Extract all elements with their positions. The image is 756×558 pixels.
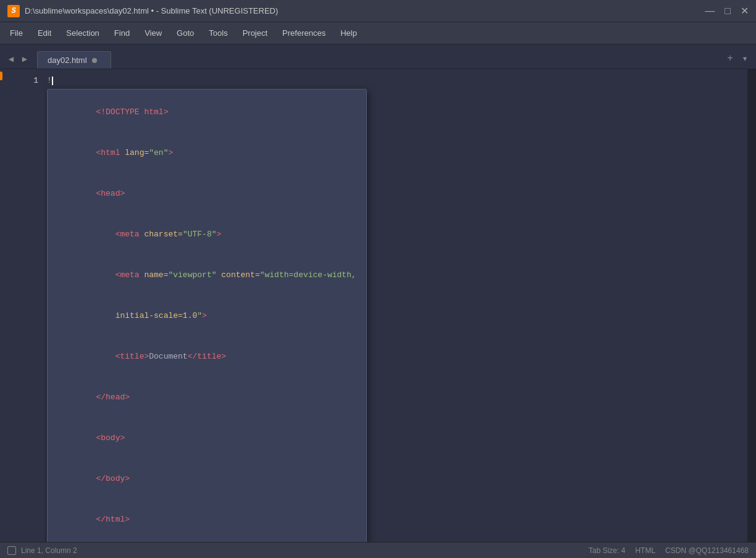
code-line-1: ! [47, 74, 742, 88]
menu-file[interactable]: File [2, 26, 30, 40]
title-bar-controls: — □ ✕ [705, 6, 749, 16]
autocomplete-item-11[interactable]: </html> [48, 499, 366, 540]
autocomplete-popup[interactable]: <!DOCTYPE html> <html lang="en"> <head> … [47, 89, 367, 542]
autocomplete-item-9[interactable]: <body> [48, 418, 366, 459]
new-tab-button[interactable]: + [724, 52, 736, 65]
minimize-button[interactable]: — [705, 6, 715, 16]
text-cursor [52, 77, 53, 85]
menu-project[interactable]: Project [235, 26, 275, 40]
editor-area: 1 ! <!DOCTYPE html> <html lang="en"> <he… [0, 69, 756, 542]
tab-bar: ◀ ▶ day02.html + ▾ [0, 44, 756, 69]
line-number-1: 1 [33, 74, 38, 88]
status-right: Tab Size: 4 HTML CSDN @QQ1213461468 [589, 546, 749, 555]
tab-day02[interactable]: day02.html [37, 51, 111, 69]
tab-label: day02.html [48, 56, 87, 65]
window-title: D:\sublime\workspaces\day02.html • - Sub… [25, 6, 278, 15]
autocomplete-item-8[interactable]: </head> [48, 377, 366, 418]
autocomplete-item-2[interactable]: <html lang="en"> [48, 133, 366, 173]
tab-modified-indicator [92, 58, 97, 63]
autocomplete-item-7[interactable]: <title>Document</title> [48, 336, 366, 377]
status-bar: Line 1, Column 2 Tab Size: 4 HTML CSDN @… [0, 542, 756, 558]
menu-preferences[interactable]: Preferences [275, 26, 333, 40]
cursor-position: Line 1, Column 2 [21, 546, 77, 555]
status-icon [7, 546, 16, 555]
menu-edit[interactable]: Edit [30, 26, 59, 40]
tab-next-button[interactable]: ▶ [19, 52, 31, 65]
autocomplete-item-3[interactable]: <head> [48, 173, 366, 214]
autocomplete-item-5[interactable]: <meta name="viewport" content="width=dev… [48, 255, 366, 296]
tab-size[interactable]: Tab Size: 4 [589, 546, 625, 555]
tab-actions: + ▾ [724, 52, 751, 65]
scrollbar-right[interactable] [747, 69, 756, 542]
code-editor[interactable]: ! <!DOCTYPE html> <html lang="en"> <head… [44, 69, 747, 542]
menu-selection[interactable]: Selection [59, 26, 106, 40]
autocomplete-item-10[interactable]: </body> [48, 459, 366, 499]
autocomplete-item-6[interactable]: initial-scale=1.0"> [48, 296, 366, 336]
tab-prev-button[interactable]: ◀ [5, 52, 17, 65]
menu-view[interactable]: View [137, 26, 169, 40]
autocomplete-item-4[interactable]: <meta charset="UTF-8"> [48, 214, 366, 255]
title-bar-left: S D:\sublime\workspaces\day02.html • - S… [7, 5, 278, 17]
tab-nav-buttons: ◀ ▶ [5, 52, 31, 65]
sublime-icon: S [7, 5, 20, 17]
watermark-text: CSDN @QQ1213461468 [665, 546, 749, 555]
sidebar-left [0, 69, 14, 542]
status-left: Line 1, Column 2 [7, 546, 77, 555]
menu-tools[interactable]: Tools [201, 26, 235, 40]
menu-help[interactable]: Help [333, 26, 364, 40]
menu-goto[interactable]: Goto [169, 26, 201, 40]
title-bar: S D:\sublime\workspaces\day02.html • - S… [0, 0, 756, 22]
line-gutter: 1 [14, 69, 44, 542]
maximize-button[interactable]: □ [724, 6, 731, 16]
autocomplete-item-1[interactable]: <!DOCTYPE html> [48, 92, 366, 133]
menu-find[interactable]: Find [107, 26, 137, 40]
file-type[interactable]: HTML [635, 546, 655, 555]
close-button[interactable]: ✕ [741, 6, 749, 16]
menu-bar: File Edit Selection Find View Goto Tools… [0, 22, 756, 44]
tab-overflow-button[interactable]: ▾ [739, 52, 751, 65]
sidebar-indicator [0, 72, 2, 80]
